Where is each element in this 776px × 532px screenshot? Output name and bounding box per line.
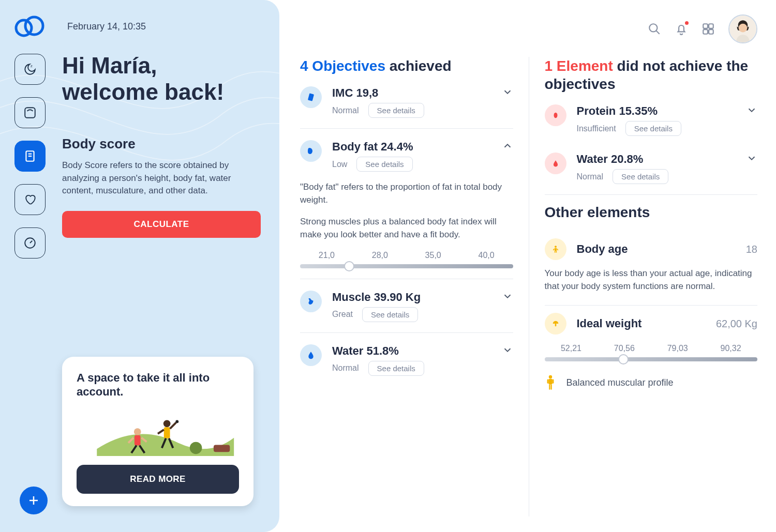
slider-track[interactable] xyxy=(300,264,513,268)
bell-icon[interactable] xyxy=(675,22,688,36)
metric-status: Normal xyxy=(577,172,604,181)
muscle-icon xyxy=(300,291,322,312)
body-age-label: Body age xyxy=(577,242,736,256)
chevron-down-icon[interactable] xyxy=(746,153,757,164)
chevron-up-icon[interactable] xyxy=(502,140,513,151)
gauge-icon xyxy=(23,236,37,250)
bodyscore-desc: Body Score refers to the score obtained … xyxy=(62,159,248,197)
metric-imc: IMC 19,8 Normal See details xyxy=(300,75,513,129)
slider-thumb[interactable] xyxy=(344,261,354,271)
svg-line-19 xyxy=(170,422,176,429)
svg-point-48 xyxy=(739,24,748,33)
metric-title: Muscle 39.90 Kg xyxy=(332,291,491,304)
metric-status: Low xyxy=(332,160,347,169)
metric-title: Body fat 24.4% xyxy=(332,140,491,154)
metric-status: Normal xyxy=(332,106,359,115)
bodyscore-title: Body score xyxy=(62,136,261,152)
nav-weight[interactable] xyxy=(14,97,46,128)
imc-icon xyxy=(300,86,322,108)
svg-text:z: z xyxy=(31,64,33,68)
see-details-button[interactable]: See details xyxy=(368,103,424,118)
see-details-button[interactable]: See details xyxy=(356,157,412,172)
metric-body-fat: Body fat 24.4% Low See details "Body fat… xyxy=(300,129,513,279)
metric-title: IMC 19,8 xyxy=(332,86,491,100)
slider-track[interactable] xyxy=(545,357,758,361)
chevron-down-icon[interactable] xyxy=(502,291,513,302)
svg-rect-36 xyxy=(548,379,552,385)
topbar-right xyxy=(648,14,757,43)
notification-dot xyxy=(685,21,689,25)
metric-water: Water 51.8% Normal See details xyxy=(300,333,513,386)
heart-icon xyxy=(23,193,37,206)
ideal-weight-label: Ideal weight xyxy=(577,317,706,330)
metric-title: Water 51.8% xyxy=(332,344,491,358)
nav-sleep[interactable]: z xyxy=(14,54,46,85)
promo-title: A space to take it all into account. xyxy=(77,371,239,399)
avatar[interactable] xyxy=(728,14,757,43)
svg-rect-12 xyxy=(135,435,141,446)
avatar-image xyxy=(729,14,756,43)
svg-point-27 xyxy=(554,113,557,118)
svg-point-20 xyxy=(175,420,178,423)
failed-title: 1 Element did not achieve the objectives xyxy=(545,57,758,93)
see-details-button[interactable]: See details xyxy=(613,169,668,184)
metric-title: Protein 15.35% xyxy=(577,104,736,118)
logo xyxy=(14,16,44,37)
objectives-title: 4 Objectives achieved xyxy=(300,57,513,75)
detail-p2: Strong muscles plus a balanced body fat … xyxy=(300,216,513,241)
chevron-down-icon[interactable] xyxy=(502,86,513,98)
nav-notes-active[interactable] xyxy=(14,141,46,172)
apps-grid-icon[interactable] xyxy=(702,22,715,36)
detail-p1: "Body fat" refers to the proportion of f… xyxy=(300,181,513,206)
nav-heart[interactable] xyxy=(14,184,46,215)
svg-rect-10 xyxy=(214,445,230,452)
svg-rect-34 xyxy=(555,324,556,326)
body-age-desc: Your body age is less than your actual a… xyxy=(545,267,758,293)
svg-rect-3 xyxy=(25,108,35,118)
svg-line-32 xyxy=(553,249,554,250)
metric-muscle: Muscle 39.90 Kg Great See details xyxy=(300,279,513,333)
metric-status: Normal xyxy=(332,363,359,373)
objectives-column: 4 Objectives achieved IMC 19,8 Normal Se… xyxy=(300,57,529,516)
calculate-button[interactable]: CALCULATE xyxy=(62,211,261,238)
slider-thumb[interactable] xyxy=(618,354,629,364)
muscular-profile-row: Balanced muscular profile xyxy=(545,375,758,390)
svg-rect-43 xyxy=(703,24,708,28)
svg-rect-37 xyxy=(547,379,548,384)
fab-add-button[interactable] xyxy=(20,487,48,514)
side-nav: February 14, 10:35 z xyxy=(14,16,50,516)
see-details-button[interactable]: See details xyxy=(368,361,424,376)
svg-point-11 xyxy=(134,428,141,435)
metric-status: Insufficient xyxy=(577,124,616,133)
ideal-weight-value: 62,00 Kg xyxy=(716,318,757,330)
chevron-down-icon[interactable] xyxy=(746,104,757,116)
see-details-button[interactable]: See details xyxy=(625,121,681,136)
svg-point-1 xyxy=(25,17,43,35)
body-age-block: Body age 18 Your body age is less than y… xyxy=(545,231,758,306)
metric-status: Great xyxy=(332,310,353,319)
svg-rect-45 xyxy=(703,29,708,34)
left-panel: February 14, 10:35 z xyxy=(0,0,279,532)
svg-line-21 xyxy=(158,430,164,434)
welcome-heading: Hi María, welcome back! xyxy=(62,53,261,105)
date-text: February 14, 10:35 xyxy=(67,21,146,32)
metric-detail-body: "Body fat" refers to the proportion of f… xyxy=(300,172,513,268)
read-more-button[interactable]: READ MORE xyxy=(77,465,239,494)
plus-icon xyxy=(27,494,40,507)
see-details-button[interactable]: See details xyxy=(362,307,418,322)
nav-timer[interactable] xyxy=(14,227,46,259)
water-drop-icon xyxy=(300,344,322,366)
water-drop-icon xyxy=(545,153,566,174)
chevron-down-icon[interactable] xyxy=(502,344,513,356)
svg-line-8 xyxy=(30,241,32,243)
failed-column: 1 Element did not achieve the objectives… xyxy=(529,57,758,516)
bodyfat-slider: 21,0 28,0 35,0 40,0 xyxy=(300,251,513,268)
metric-title: Water 20.8% xyxy=(577,153,736,166)
protein-icon xyxy=(545,104,566,126)
document-icon xyxy=(23,149,37,163)
exercise-illustration xyxy=(77,407,239,457)
svg-rect-40 xyxy=(550,385,551,390)
person-icon xyxy=(545,238,566,260)
promo-card: A space to take it all into account. xyxy=(62,357,253,506)
search-icon[interactable] xyxy=(648,22,661,36)
